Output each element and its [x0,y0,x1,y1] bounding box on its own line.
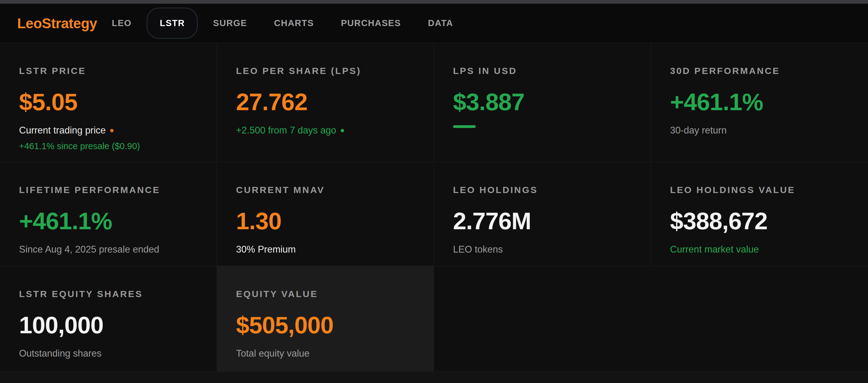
card-label: CURRENT MNAV [236,185,415,195]
card-lstr-price: LSTR PRICE $5.05 Current trading price +… [0,43,217,162]
card-label: 30D PERFORMANCE [670,66,849,76]
card-value: 100,000 [19,313,198,338]
card-subtitle: Current market value [670,244,849,255]
card-subtitle: 30-day return [670,125,849,136]
nav-item-charts[interactable]: CHARTS [260,18,328,28]
card-label: LIFETIME PERFORMANCE [19,185,198,195]
card-label: LPS IN USD [453,66,632,76]
card-label: LSTR PRICE [19,66,198,76]
card-subtitle: LEO tokens [453,244,632,255]
nav-item-lstr[interactable]: LSTR [147,8,198,39]
card-value: $5.05 [19,90,198,115]
card-lstr-equity-shares: LSTR EQUITY SHARES 100,000 Outstanding s… [0,266,217,371]
card-subtitle: Current trading price [19,125,198,136]
card-label: LEO HOLDINGS VALUE [670,185,849,195]
card-value: $505,000 [236,313,415,338]
metrics-row-1: LSTR PRICE $5.05 Current trading price +… [0,43,868,162]
metrics-row-3: LSTR EQUITY SHARES 100,000 Outstanding s… [0,266,868,372]
card-change-text: +461.1% since presale ($0.90) [19,141,198,152]
navbar: LeoStrategy LEO LSTR SURGE CHARTS PURCHA… [0,4,868,43]
nav-item-purchases[interactable]: PURCHASES [328,18,415,28]
card-value: +461.1% [19,209,198,234]
card-subtitle-text: Current trading price [19,125,106,136]
brand-logo[interactable]: LeoStrategy [17,15,97,32]
card-change-text: +2.500 from 7 days ago [236,125,415,136]
card-subtitle: 30% Premium [236,244,415,255]
card-label: EQUITY VALUE [236,289,415,299]
card-subtitle: Total equity value [236,348,415,359]
window-top-strip [0,0,868,4]
nav-items: LEO LSTR SURGE CHARTS PURCHASES DATA [98,8,467,39]
card-30d-performance: 30D PERFORMANCE +461.1% 30-day return [651,43,868,162]
card-value: $3.887 [453,90,632,115]
card-value: $388,672 [670,209,849,234]
empty-grid-area [434,266,868,371]
card-value: 27.762 [236,90,415,115]
metrics-row-2: LIFETIME PERFORMANCE +461.1% Since Aug 4… [0,162,868,266]
card-lifetime-performance: LIFETIME PERFORMANCE +461.1% Since Aug 4… [0,162,217,266]
card-current-mnav: CURRENT MNAV 1.30 30% Premium [217,162,434,266]
metrics-grid: LSTR PRICE $5.05 Current trading price +… [0,43,868,372]
card-subtitle: Outstanding shares [19,348,198,359]
card-value: 1.30 [236,209,415,234]
card-leo-holdings-value: LEO HOLDINGS VALUE $388,672 Current mark… [651,162,868,266]
card-subtitle-text: +2.500 from 7 days ago [236,125,336,136]
orange-status-dot-icon [110,129,114,132]
nav-item-surge[interactable]: SURGE [199,18,260,28]
nav-item-data[interactable]: DATA [414,18,467,28]
green-status-dot-icon [341,129,344,132]
nav-item-leo[interactable]: LEO [98,18,145,28]
card-label: LEO PER SHARE (LPS) [236,66,415,76]
card-equity-value: EQUITY VALUE $505,000 Total equity value [217,266,434,371]
card-leo-holdings: LEO HOLDINGS 2.776M LEO tokens [434,162,651,266]
card-label: LEO HOLDINGS [453,185,632,195]
card-value: 2.776M [453,209,632,234]
card-label: LSTR EQUITY SHARES [19,289,198,299]
card-leo-per-share: LEO PER SHARE (LPS) 27.762 +2.500 from 7… [217,43,434,162]
card-subtitle: Since Aug 4, 2025 presale ended [19,244,198,255]
card-value: +461.1% [670,90,849,115]
green-underline-bar [453,125,476,128]
card-lps-in-usd: LPS IN USD $3.887 [434,43,651,162]
